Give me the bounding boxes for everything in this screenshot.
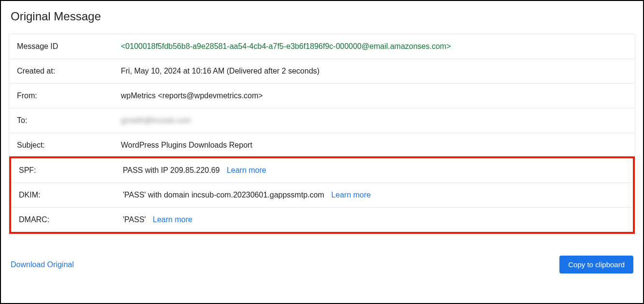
auth-results-highlight: SPF: PASS with IP 209.85.220.69 Learn mo… [9,156,635,234]
subject-row: Subject: WordPress Plugins Downloads Rep… [9,133,635,158]
dmarc-row: DMARC: 'PASS' Learn more [11,208,633,232]
dmarc-label: DMARC: [19,215,123,224]
dkim-label: DKIM: [19,191,123,199]
created-at-row: Created at: Fri, May 10, 2024 at 10:16 A… [9,59,635,84]
download-original-link[interactable]: Download Original [11,260,74,269]
spf-value-cell: PASS with IP 209.85.220.69 Learn more [123,166,625,175]
to-row: To: growth@incsub.com [9,108,635,133]
dkim-value: 'PASS' with domain incsub-com.20230601.g… [123,191,324,199]
message-id-value: <0100018f5fdb56b8-a9e28581-aa54-4cb4-a7f… [121,42,627,51]
from-value: wpMetrics <reports@wpdevmetrics.com> [121,91,627,100]
dmarc-value-cell: 'PASS' Learn more [123,215,625,224]
from-label: From: [17,91,121,100]
copy-to-clipboard-button[interactable]: Copy to clipboard [559,256,633,274]
message-id-row: Message ID <0100018f5fdb56b8-a9e28581-aa… [9,34,635,59]
dkim-value-cell: 'PASS' with domain incsub-com.20230601.g… [123,191,625,199]
message-headers-table: Message ID <0100018f5fdb56b8-a9e28581-aa… [9,34,635,234]
created-at-label: Created at: [17,67,121,76]
spf-row: SPF: PASS with IP 209.85.220.69 Learn mo… [11,158,633,183]
actions-bar: Download Original Copy to clipboard [9,256,635,274]
to-blurred-value: growth@incsub.com [121,116,191,124]
message-id-label: Message ID [17,42,121,51]
created-at-value: Fri, May 10, 2024 at 10:16 AM (Delivered… [121,67,627,76]
original-message-panel: Original Message Message ID <0100018f5fd… [0,0,644,304]
dmarc-learn-more-link[interactable]: Learn more [153,215,192,224]
to-label: To: [17,116,121,125]
dkim-row: DKIM: 'PASS' with domain incsub-com.2023… [11,183,633,208]
subject-value: WordPress Plugins Downloads Report [121,141,627,150]
spf-learn-more-link[interactable]: Learn more [227,166,266,174]
spf-value: PASS with IP 209.85.220.69 [123,166,220,174]
subject-label: Subject: [17,141,121,150]
dmarc-value: 'PASS' [123,215,146,224]
page-title: Original Message [9,10,635,23]
to-value: growth@incsub.com [121,116,627,125]
dkim-learn-more-link[interactable]: Learn more [331,191,371,199]
spf-label: SPF: [19,166,123,175]
from-row: From: wpMetrics <reports@wpdevmetrics.co… [9,84,635,108]
